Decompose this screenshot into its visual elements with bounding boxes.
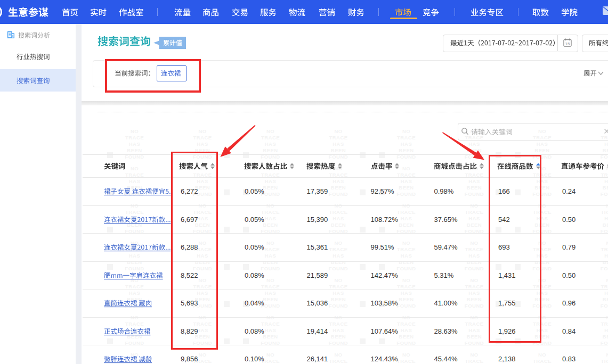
svg-text:15: 15 <box>565 42 570 46</box>
